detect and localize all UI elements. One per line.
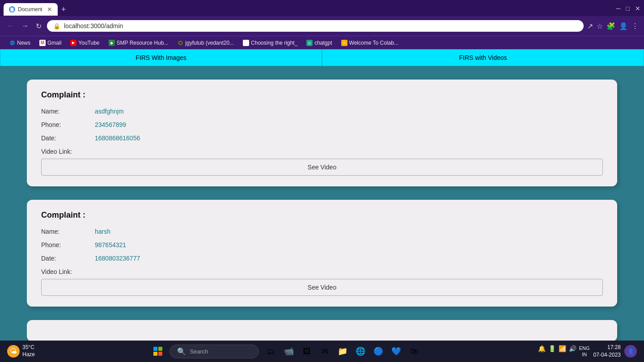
see-video-button-2[interactable]: See Video [41,279,603,296]
name-label-2: Name: [41,228,95,235]
tray-english-label: ENGIN [579,345,590,358]
bookmark-gmail[interactable]: M Gmail [36,39,65,47]
youtube-favicon: ▶ [70,40,76,46]
bookmark-chatgpt[interactable]: ◎ chatgpt [303,39,335,47]
photos-icon: 🖼 [303,347,311,356]
back-button[interactable]: ← [5,21,16,31]
name-value-2: harsh [95,228,110,235]
bookmark-colab[interactable]: Δ Welcome To Colab... [338,39,402,47]
weather-temp: 35°C [22,344,35,351]
taskbar-app-folder[interactable]: 📁 [334,343,351,360]
minimize-button[interactable]: ─ [616,5,621,12]
tray-volume-icon[interactable]: 🔊 [569,345,576,358]
tray-notifications-icon[interactable]: 🔔 [538,345,546,358]
menu-button[interactable]: ⋮ [631,22,639,30]
chrome-icon: 🔵 [373,346,383,356]
taskbar-app-store[interactable]: 🛍 [406,343,423,360]
name-value-1: asdfghnjm [95,108,124,115]
bookmark-button[interactable]: ☆ [597,22,603,30]
forward-button[interactable]: → [20,21,30,31]
bookmark-choosing-label: Choosing the right_ [251,40,297,46]
close-button[interactable]: ✕ [635,5,640,12]
file-explorer-icon: 🗂 [267,347,275,356]
smp-favicon: ◆ [109,40,115,46]
store-icon: 🛍 [410,347,418,356]
complaint-card-1: Complaint : Name: asdfghnjm Phone: 23456… [27,80,617,186]
taskbar-app-mail[interactable]: ✉ [316,343,333,360]
taskbar-app-chrome[interactable]: 🔵 [370,343,387,360]
video-link-row-2: Video Link: See Video [41,268,603,296]
bookmark-news[interactable]: 🌐 News [5,39,34,47]
address-actions: ↗ ☆ 🧩 👤 ⋮ [587,22,639,30]
weather-condition: Haze [22,351,35,358]
tray-battery-icon[interactable]: 🔋 [548,345,556,358]
bookmark-colab-label: Welcome To Colab... [349,40,398,46]
video-icon: 📹 [284,346,294,356]
window-controls: ─ □ ✕ [616,5,640,14]
lock-icon: 🔒 [53,23,60,29]
clock-time: 17:28 [593,344,621,351]
bookmark-youtube[interactable]: ▶ YouTube [67,39,103,47]
taskbar-app-vscode[interactable]: 💙 [388,343,405,360]
share-button[interactable]: ↗ [587,22,593,30]
bookmark-news-label: News [17,40,30,46]
address-bar: ← → ↻ 🔒 localhost:3000/admin ↗ ☆ 🧩 👤 ⋮ [0,16,644,36]
search-bar[interactable]: 🔍 [169,345,259,358]
start-button[interactable] [150,343,166,359]
taskbar-app-edge[interactable]: 🌐 [352,343,369,360]
video-link-row-1: Video Link: See Video [41,148,603,176]
page-content: FIRS With Images FIRS with Videos Compla… [0,49,644,341]
choosing-favicon: G [243,40,249,46]
extensions-button[interactable]: 🧩 [606,22,615,30]
taskbar-apps: 🗂 📹 🖼 ✉ 📁 🌐 🔵 💙 � [263,343,423,360]
tab-close-button[interactable]: ✕ [47,6,52,13]
taskbar-app-file-explorer[interactable]: 🗂 [263,343,280,360]
search-input[interactable] [190,348,252,355]
complaints-container: Complaint : Name: asdfghnjm Phone: 23456… [0,66,644,341]
bookmark-choosing[interactable]: G Choosing the right_ [239,39,301,47]
new-tab-button[interactable]: + [58,5,70,14]
taskbar: 🌤 35°C Haze 🔍 🗂 📹 🖼 [0,341,644,362]
reload-button[interactable]: ↻ [34,21,43,31]
video-link-label-1: Video Link: [41,148,603,155]
bookmark-gmail-label: Gmail [47,40,61,46]
profile-button[interactable]: 👤 [619,22,628,30]
date-label-1: Date: [41,135,95,142]
windows-icon [153,347,162,356]
page-tabs: FIRS With Images FIRS with Videos [0,49,644,66]
tab-favicon: 📄 [9,6,15,13]
tab-firs-images[interactable]: FIRS With Images [0,49,322,66]
taskbar-app-video[interactable]: 📹 [280,343,297,360]
news-favicon: 🌐 [9,40,15,46]
sys-tray-icons: 🔔 🔋 📶 🔊 ENGIN [538,345,590,358]
bookmark-github[interactable]: ◯ jgyfutub (vedant20... [174,39,237,47]
bookmark-smp[interactable]: ◆ SMP Resource Hub... [105,39,172,47]
chatgpt-favicon: ◎ [306,40,313,46]
active-tab[interactable]: 📄 Document ✕ [4,3,58,16]
taskbar-center: 🔍 🗂 📹 🖼 ✉ 📁 🌐 🔵 [40,343,533,360]
date-label-2: Date: [41,255,95,262]
search-icon: 🔍 [177,347,186,356]
complaint-date-field-2: Date: 1680803236777 [41,255,603,262]
tab-bar: 📄 Document ✕ + ─ □ ✕ [0,0,644,16]
clock-date: 07-04-2023 [593,351,621,359]
complaint-name-field-2: Name: harsh [41,228,603,235]
phone-label-1: Phone: [41,121,95,128]
taskbar-app-photos[interactable]: 🖼 [298,343,315,360]
bookmark-chatgpt-label: chatgpt [314,40,332,46]
phone-value-1: 234567899 [95,121,126,128]
complaint-name-field-1: Name: asdfghnjm [41,108,603,115]
time-display: 17:28 07-04-2023 [593,344,621,359]
complaint-title-2: Complaint : [41,210,603,220]
see-video-button-1[interactable]: See Video [41,159,603,176]
tab-firs-videos[interactable]: FIRS with Videos [322,49,644,66]
tray-network-icon[interactable]: 📶 [559,345,566,358]
weather-widget: 🌤 35°C Haze [4,342,38,360]
bookmark-smp-label: SMP Resource Hub... [117,40,169,46]
vscode-icon: 💙 [391,346,401,356]
tab-title: Document [18,6,42,13]
mail-icon: ✉ [322,346,328,356]
maximize-button[interactable]: □ [626,5,630,12]
url-bar[interactable]: 🔒 localhost:3000/admin [47,20,584,32]
notification-center-button[interactable]: 👤 [624,345,637,358]
